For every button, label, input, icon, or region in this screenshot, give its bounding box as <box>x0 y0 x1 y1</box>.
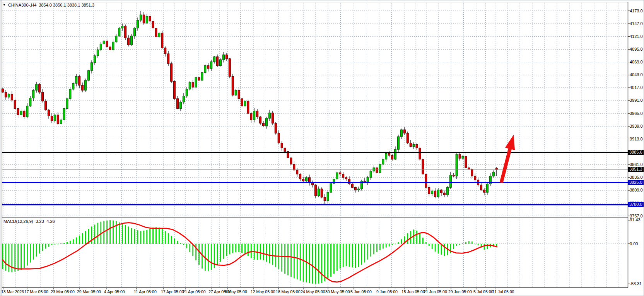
price-tick-label: 3809.0 <box>630 188 643 192</box>
price-level-badge: 3851.3 <box>628 167 644 172</box>
time-tick-label: 8 May 05:00 <box>225 289 247 294</box>
chart-window: ▼ CHINA300-,H4 3854.0 3856.1 3838.1 3851… <box>0 0 644 296</box>
time-tick-label: 5 Jun 05:00 <box>350 289 372 294</box>
chart-title: ▼ CHINA300-,H4 3854.0 3856.1 3838.1 3851… <box>3 3 94 7</box>
ohlc-values-label: 3854.0 3856.1 3838.1 3851.3 <box>39 3 94 7</box>
price-tick-label: 3965.0 <box>630 111 643 116</box>
time-tick-label: 11 Jul 05:00 <box>492 289 514 294</box>
time-tick-label: 17 Apr 05:00 <box>161 289 184 294</box>
chart-canvas[interactable] <box>0 0 644 296</box>
time-tick-label: 29 Jun 05:00 <box>448 289 472 294</box>
price-tick-label: 4069.0 <box>630 60 643 64</box>
time-tick-label: 12 May 05:00 <box>251 289 275 294</box>
price-level-badge: 3885.6 <box>628 150 644 155</box>
price-tick-label: 4147.0 <box>630 21 643 26</box>
symbol-timeframe-label: CHINA300-,H4 <box>8 3 36 7</box>
time-tick-label: 4 Apr 05:00 <box>104 289 125 294</box>
macd-name-label: MACD(12,26,9) <box>3 219 33 224</box>
time-tick-label: 17 Mar 05:00 <box>24 289 48 294</box>
price-tick-label: 3861.0 <box>630 162 643 167</box>
time-tick-label: 5 Jul 05:00 <box>473 289 493 294</box>
time-tick-label: 21 Apr 05:00 <box>183 289 206 294</box>
price-tick-label: 4121.0 <box>630 34 643 39</box>
chevron-down-icon[interactable]: ▼ <box>3 3 6 7</box>
price-tick-label: 4043.0 <box>630 72 643 77</box>
up-arrow-annotation[interactable] <box>500 135 515 183</box>
macd-indicator-label: MACD(12,26,9) -3.23 -4.26 <box>3 219 55 224</box>
price-tick-label: 3835.0 <box>630 175 643 180</box>
time-tick-label: 21 Jun 05:00 <box>424 289 447 294</box>
macd-tick-label: 31.43 <box>630 217 641 222</box>
price-level-badge: 3825.0 <box>628 180 644 185</box>
time-tick-label: 15 Jun 05:00 <box>401 289 425 294</box>
time-tick-label: 13 Mar 2023 <box>1 289 24 294</box>
price-tick-label: 3939.0 <box>630 124 643 128</box>
time-tick-label: 29 Mar 05:00 <box>77 289 101 294</box>
price-tick-label: 4017.0 <box>630 85 643 90</box>
time-tick-label: 18 May 05:00 <box>276 289 301 294</box>
time-tick-label: 23 Mar 05:00 <box>51 289 75 294</box>
macd-tick-label: 0.00 <box>630 241 638 246</box>
time-tick-label: 30 May 05:00 <box>325 289 350 294</box>
price-level-badge: 3780.0 <box>628 202 644 207</box>
price-tick-label: 4095.0 <box>630 47 643 51</box>
price-tick-label: 3991.0 <box>630 98 643 103</box>
time-tick-label: 9 Jun 05:00 <box>376 289 398 294</box>
time-tick-label: 24 May 05:00 <box>301 289 325 294</box>
time-tick-label: 11 Apr 05:00 <box>134 289 157 294</box>
macd-tick-label: -53.31 <box>630 281 642 286</box>
price-tick-label: 3913.0 <box>630 137 643 141</box>
price-tick-label: 4173.0 <box>630 9 643 13</box>
macd-values-label: -3.23 -4.26 <box>34 219 55 224</box>
